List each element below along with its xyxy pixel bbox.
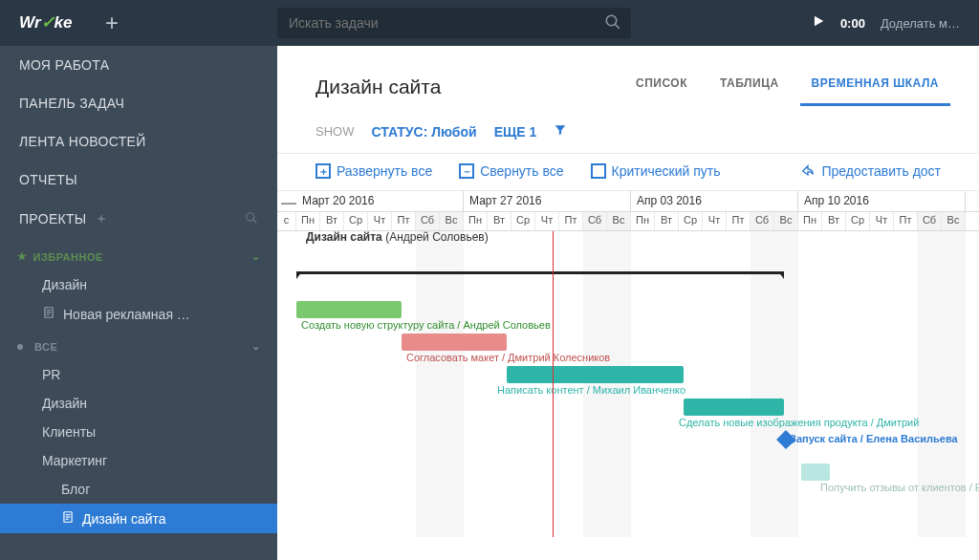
timer-time: 0:00 [840,16,865,31]
gantt-body[interactable]: Дизайн сайта (Андрей Соловьев) Создать н… [277,231,979,537]
tree-item-blog[interactable]: Блог [0,475,277,504]
page-header: Дизайн сайта СПИСОК ТАБЛИЦА ВРЕМЕННАЯ ШК… [277,46,979,118]
logo[interactable]: Wr✓ke [0,12,105,33]
task-row[interactable]: Написать контент / Михаил Иванченко [277,361,979,394]
topbar: Wr✓ke + 0:00 Доделать м… [0,0,979,46]
document-icon [42,306,55,322]
section-all[interactable]: ВСЕ ⌄ [0,329,277,360]
fav-item-design[interactable]: Дизайн [0,270,277,299]
gantt-bar[interactable] [296,301,402,318]
section-favorites[interactable]: ★ ИЗБРАННОЕ ⌄ [0,239,277,270]
filter-show-label: SHOW [315,124,354,139]
search-icon[interactable] [604,13,621,34]
svg-point-1 [606,15,617,26]
filter-row: SHOW СТАТУС: Любой ЕЩЕ 1 [277,118,979,154]
nav-reports[interactable]: ОТЧЕТЫ [0,161,277,199]
svg-line-2 [615,24,620,29]
gantt-bar[interactable] [507,366,684,383]
summary-bar-row[interactable] [277,264,979,296]
task-row[interactable]: Получить отзывы от клиентов / Елена Васи… [277,459,979,491]
collapse-summary-icon[interactable]: — [281,195,296,212]
svg-text:Wr✓ke: Wr✓ke [19,12,73,32]
tab-timeline[interactable]: ВРЕМЕННАЯ ШКАЛА [800,67,950,106]
nav-projects[interactable]: ПРОЕКТЫ ＋ [0,199,277,239]
add-project-icon[interactable]: ＋ [95,210,108,227]
summary-row[interactable]: Дизайн сайта (Андрей Соловьев) [277,231,979,264]
tree-item-pr[interactable]: PR [0,360,277,389]
fav-item-ad[interactable]: Новая рекламная … [0,299,277,329]
search-box [277,8,631,38]
filter-more[interactable]: ЕЩЕ 1 [494,124,537,140]
nav-my-work[interactable]: МОЯ РАБОТА [0,46,277,84]
gantt-bar[interactable] [402,334,507,351]
chevron-down-icon: ⌄ [251,340,261,353]
sidebar: МОЯ РАБОТА ПАНЕЛЬ ЗАДАЧ ЛЕНТА НОВОСТЕЙ О… [0,46,277,560]
task-row[interactable]: Сделать новые изображения продукта / Дми… [277,394,979,426]
search-input[interactable] [277,8,631,38]
expand-all-button[interactable]: ＋Развернуть все [315,163,432,179]
document-icon [61,510,75,527]
tree-item-marketing[interactable]: Маркетинг [0,446,277,475]
tab-list[interactable]: СПИСОК [624,67,699,106]
svg-point-3 [247,212,254,220]
filter-status[interactable]: СТАТУС: Любой [371,124,476,140]
critical-path-button[interactable]: Критический путь [591,163,721,179]
collapse-all-button[interactable]: －Свернуть все [459,163,563,179]
gantt-chart[interactable]: — Март 20 2016Март 27 2016Апр 03 2016Апр… [277,191,979,554]
tree-item-clients[interactable]: Клиенты [0,418,277,446]
search-projects-icon[interactable] [245,211,258,227]
task-row[interactable]: Согласовать макет / Дмитрий Колесников [277,329,979,361]
share-button[interactable]: Предоставить дост [800,163,941,179]
star-icon: ★ [17,250,28,263]
gantt-toolbar: ＋Развернуть все －Свернуть все Критически… [277,154,979,191]
page-title: Дизайн сайта [315,75,441,98]
filter-icon[interactable] [554,123,567,140]
task-row[interactable]: Создать новую структуру сайта / Андрей С… [277,296,979,329]
tab-table[interactable]: ТАБЛИЦА [708,67,791,106]
nav-stream[interactable]: ЛЕНТА НОВОСТЕЙ [0,122,277,161]
chevron-down-icon: ⌄ [251,250,261,263]
gantt-bar[interactable] [684,398,784,416]
tree-item-design[interactable]: Дизайн [0,389,277,418]
main: Дизайн сайта СПИСОК ТАБЛИЦА ВРЕМЕННАЯ ШК… [277,46,979,560]
task-row[interactable]: Запуск сайта / Елена Васильева [277,426,979,459]
tree-item-site-design[interactable]: Дизайн сайта [0,504,277,533]
today-line [553,231,554,537]
add-new-icon[interactable]: + [105,10,143,36]
bullet-icon [17,344,23,350]
timer-task[interactable]: Доделать м… [881,16,960,31]
play-icon[interactable] [812,14,825,32]
nav-dashboards[interactable]: ПАНЕЛЬ ЗАДАЧ [0,84,277,122]
gantt-bar[interactable] [801,463,830,481]
timeline-days: сПнВтСрЧтПтСбВсПнВтСрЧтПтСбВсПнВтСрЧтПтС… [277,212,979,231]
timeline-months: Март 20 2016Март 27 2016Апр 03 2016Апр 1… [277,191,979,212]
svg-line-4 [253,219,257,223]
